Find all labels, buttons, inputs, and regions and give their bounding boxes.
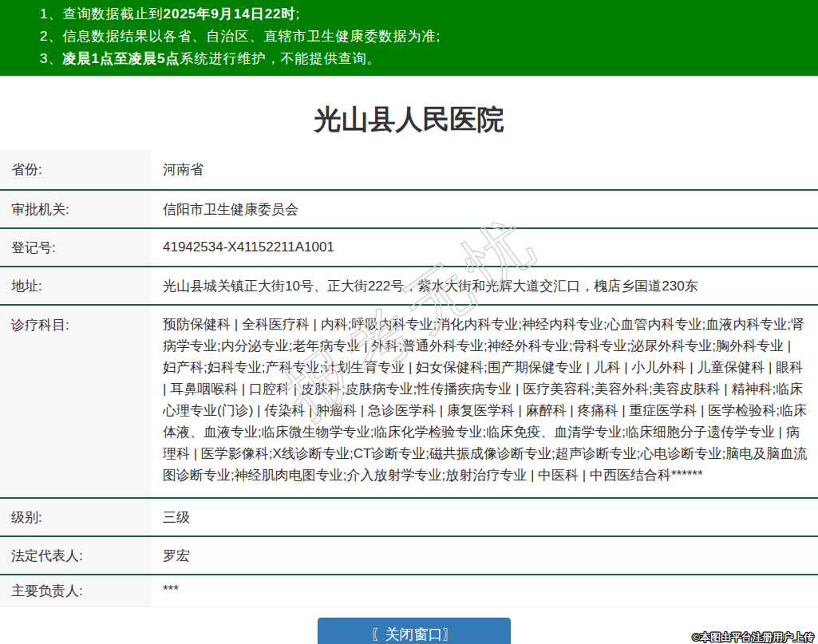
table-row-main-person-in-charge: 主要负责人: *** (0, 575, 818, 606)
notice-text: ; (296, 6, 301, 22)
row-label: 审批机关: (0, 190, 152, 228)
notice-number: 3、 (40, 51, 62, 66)
row-label: 法定代表人: (0, 536, 152, 575)
row-label: 登记号: (0, 228, 152, 267)
table-row-registration-number: 登记号: 41942534-X41152211A1001 (0, 228, 818, 267)
row-value: 41942534-X41152211A1001 (152, 228, 818, 267)
row-value: 信阳市卫生健康委员会 (152, 190, 818, 228)
notice-text: 系统进行维护，不能提供查询。 (180, 51, 381, 66)
table-row-legal-representative: 法定代表人: 罗宏 (0, 536, 818, 575)
table-row-address: 地址: 光山县城关镇正大街10号、正大街222号，紫水大街和光辉大道交汇口，槐店… (0, 267, 818, 305)
notice-text: 查询数据截止到 (62, 6, 163, 22)
table-row-province: 省份: 河南省 (0, 150, 818, 190)
row-label: 级别: (0, 498, 152, 536)
upload-credit-text: ©本图由平台注册用户上传 (692, 630, 814, 644)
notice-line-3: 3、凌晨1点至凌晨5点系统进行维护，不能提供查询。 (0, 48, 818, 70)
row-label: 主要负责人: (0, 575, 152, 606)
row-label: 省份: (0, 150, 152, 190)
row-label: 地址: (0, 267, 152, 305)
row-value: 罗宏 (152, 536, 818, 575)
close-window-button[interactable]: 〖关闭窗口〗 (318, 618, 511, 644)
notice-line-1: 1、查询数据截止到2025年9月14日22时; (0, 3, 818, 26)
row-label: 诊疗科目: (0, 305, 152, 498)
table-row-level: 级别: 三级 (0, 498, 818, 536)
row-value: *** (152, 575, 818, 606)
notice-number: 2、 (40, 29, 62, 44)
hospital-info-table: 省份: 河南省 审批机关: 信阳市卫生健康委员会 登记号: 41942534-X… (0, 150, 818, 607)
table-row-approval-authority: 审批机关: 信阳市卫生健康委员会 (0, 190, 818, 228)
notice-line-2: 2、信息数据结果以各省、自治区、直辖市卫生健康委数据为准; (0, 26, 818, 48)
notice-text: 信息数据结果以各省、自治区、直辖市卫生健康委数据为准; (62, 29, 441, 44)
row-value: 三级 (152, 498, 818, 536)
notice-bold-text: 凌晨1点至凌晨5点 (62, 51, 180, 66)
table-row-departments: 诊疗科目: 预防保健科 | 全科医疗科 | 内科;呼吸内科专业;消化内科专业;神… (0, 305, 818, 498)
row-value: 预防保健科 | 全科医疗科 | 内科;呼吸内科专业;消化内科专业;神经内科专业;… (152, 305, 818, 498)
notice-number: 1、 (40, 6, 62, 22)
notice-bold-text: 2025年9月14日22时 (163, 6, 295, 22)
row-value: 光山县城关镇正大街10号、正大街222号，紫水大街和光辉大道交汇口，槐店乡国道2… (152, 267, 818, 305)
notice-banner: 1、查询数据截止到2025年9月14日22时; 2、信息数据结果以各省、自治区、… (0, 0, 818, 76)
hospital-name-title: 光山县人民医院 (0, 101, 818, 137)
row-value: 河南省 (152, 150, 818, 190)
